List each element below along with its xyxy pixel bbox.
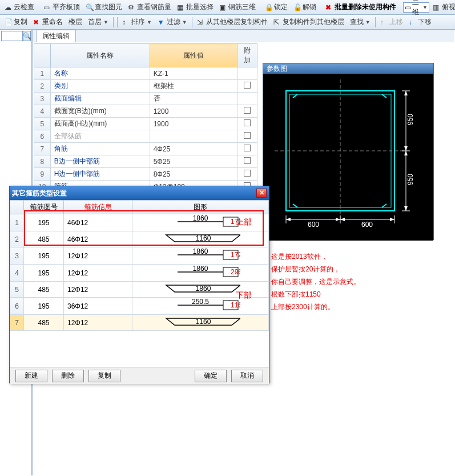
tab-property-edit[interactable]: 属性编辑 bbox=[36, 30, 76, 42]
prop-value[interactable]: 1900 bbox=[150, 118, 237, 130]
search-input[interactable] bbox=[1, 31, 23, 41]
prop-extra[interactable] bbox=[237, 80, 257, 93]
stirrup-shape: 1860172.5 bbox=[132, 247, 269, 265]
stirrup-id[interactable]: 195 bbox=[24, 247, 64, 265]
checkbox-icon[interactable] bbox=[244, 119, 251, 126]
property-row[interactable]: 9 H边一侧中部筋 8Φ25 bbox=[34, 168, 257, 181]
row-idx: 2 bbox=[10, 231, 24, 247]
svg-marker-8 bbox=[286, 218, 291, 221]
tb-copy-to[interactable]: ⇱复制构件到其他楼层 bbox=[271, 16, 347, 28]
ok-button[interactable]: 确定 bbox=[195, 370, 227, 382]
stirrup-row[interactable]: 4 195 12Φ12 1860296 bbox=[10, 265, 269, 282]
tb-rebar-qty[interactable]: ⚙查看钢筋量 bbox=[126, 1, 174, 13]
tb-move-down[interactable]: ↓下移 bbox=[406, 16, 434, 28]
prop-value[interactable]: 框架柱 bbox=[150, 80, 237, 93]
stirrup-id[interactable]: 195 bbox=[24, 298, 64, 315]
tb-view-side[interactable]: ▥俯视 bbox=[430, 1, 455, 13]
prop-extra[interactable] bbox=[237, 155, 257, 168]
prop-value[interactable]: 8Φ25 bbox=[150, 168, 237, 181]
cancel-button[interactable]: 取消 bbox=[231, 370, 263, 382]
row-idx: 6 bbox=[34, 130, 51, 143]
prop-extra[interactable] bbox=[237, 168, 257, 181]
stirrup-row[interactable]: 6 195 36Φ12 250.51160 bbox=[10, 298, 269, 315]
property-row[interactable]: 5 截面高(H边)(mm) 1900 bbox=[34, 118, 257, 130]
stirrup-info[interactable]: 12Φ12 bbox=[64, 247, 132, 265]
stirrup-info[interactable]: 12Φ12 bbox=[64, 282, 132, 298]
tb-align-top[interactable]: ▭平齐板顶 bbox=[41, 1, 82, 13]
svg-text:600: 600 bbox=[361, 221, 373, 229]
checkbox-icon[interactable] bbox=[244, 145, 251, 151]
tb-cloud-check[interactable]: ☁云检查 bbox=[2, 1, 37, 13]
tb-lock[interactable]: 🔒锁定 bbox=[263, 1, 290, 13]
stirrup-id[interactable]: 485 bbox=[24, 282, 64, 298]
search-button[interactable]: 🔍 bbox=[23, 31, 31, 41]
svg-marker-21 bbox=[404, 206, 408, 211]
tb-find-elem[interactable]: 🔍查找图元 bbox=[83, 1, 124, 13]
svg-marker-9 bbox=[336, 218, 340, 221]
stirrup-id[interactable]: 485 bbox=[24, 315, 64, 331]
checkbox-icon[interactable] bbox=[244, 107, 251, 114]
prop-value[interactable]: 4Φ25 bbox=[150, 143, 237, 155]
property-table: 属性名称 属性值 附加 1 名称 KZ-1 2 类别 框架柱 3 截面编辑 否 … bbox=[34, 43, 257, 206]
property-row[interactable]: 8 B边一侧中部筋 5Φ25 bbox=[34, 155, 257, 168]
dialog-close-button[interactable]: ✕ bbox=[256, 189, 267, 198]
property-row[interactable]: 4 截面宽(B边)(mm) 1200 bbox=[34, 105, 257, 118]
property-row[interactable]: 6 全部纵筋 bbox=[34, 130, 257, 143]
row-idx: 8 bbox=[34, 155, 51, 168]
tb-copy-from[interactable]: ⇲从其他楼层复制构件 bbox=[195, 16, 270, 28]
checkbox-icon[interactable] bbox=[244, 82, 251, 89]
prop-extra[interactable] bbox=[237, 130, 257, 143]
delete-button[interactable]: 删除 bbox=[52, 370, 84, 382]
property-row[interactable]: 2 类别 框架柱 bbox=[34, 80, 257, 93]
prop-extra[interactable] bbox=[237, 143, 257, 155]
delete-icon: ✖ bbox=[325, 3, 333, 11]
stirrup-info[interactable]: 36Φ12 bbox=[64, 298, 132, 315]
prop-value[interactable]: 5Φ25 bbox=[150, 155, 237, 168]
tb-unlock[interactable]: 🔓解锁 bbox=[291, 1, 319, 13]
prop-value[interactable]: 1200 bbox=[150, 105, 237, 118]
select-icon: ▦ bbox=[177, 3, 185, 11]
tb-find[interactable]: 查找▼ bbox=[348, 16, 373, 28]
prop-value[interactable]: 否 bbox=[150, 93, 237, 105]
tb-copy[interactable]: 📄复制 bbox=[2, 16, 30, 28]
tb-rebar-3d[interactable]: ▣钢筋三维 bbox=[217, 1, 258, 13]
stirrup-shape: 1860296 bbox=[132, 265, 269, 282]
svg-text:1860: 1860 bbox=[196, 285, 211, 293]
prop-extra[interactable] bbox=[237, 105, 257, 118]
svg-marker-10 bbox=[340, 218, 345, 221]
stirrup-info[interactable]: 12Φ12 bbox=[64, 265, 132, 282]
stirrup-row[interactable]: 5 485 12Φ12 1860 bbox=[10, 282, 269, 298]
stirrup-row[interactable]: 7 485 12Φ12 1160 bbox=[10, 315, 269, 331]
annotation-bottom-label: 下部 bbox=[236, 290, 252, 301]
checkbox-icon[interactable] bbox=[244, 132, 251, 139]
row-idx: 3 bbox=[10, 247, 24, 265]
prop-extra[interactable] bbox=[237, 118, 257, 130]
prop-value[interactable] bbox=[150, 130, 237, 143]
prop-extra[interactable] bbox=[237, 67, 257, 80]
checkbox-icon[interactable] bbox=[244, 170, 251, 177]
copy-button[interactable]: 复制 bbox=[88, 370, 120, 382]
view-2d-dropdown[interactable]: ▭二维▼ bbox=[403, 2, 429, 13]
property-row[interactable]: 3 截面编辑 否 bbox=[34, 93, 257, 105]
stirrup-id[interactable]: 195 bbox=[24, 265, 64, 282]
checkbox-icon[interactable] bbox=[244, 157, 251, 164]
prop-extra[interactable] bbox=[237, 93, 257, 105]
tb-rename[interactable]: ✖重命名 bbox=[31, 16, 65, 28]
dialog-titlebar[interactable]: 其它箍筋类型设置 ✕ bbox=[10, 186, 269, 200]
stirrup-info[interactable]: 12Φ12 bbox=[64, 315, 132, 331]
new-button[interactable]: 新建 bbox=[15, 370, 47, 382]
dialog-title-text: 其它箍筋类型设置 bbox=[12, 189, 67, 198]
tb-floor-select[interactable]: 首层▼ bbox=[86, 16, 111, 28]
property-row[interactable]: 1 名称 KZ-1 bbox=[34, 67, 257, 80]
tb-batch-delete[interactable]: ✖批量删除未使用构件 bbox=[323, 1, 398, 13]
tb-sort[interactable]: ↕排序▼ bbox=[120, 16, 154, 28]
stirrup-row[interactable]: 3 195 12Φ12 1860172.5 bbox=[10, 247, 269, 265]
note-line: 保护层暂按20计算的， bbox=[271, 263, 360, 275]
property-row[interactable]: 7 角筋 4Φ25 bbox=[34, 143, 257, 155]
tb-floor-label: 楼层 bbox=[66, 16, 84, 28]
tab-strip: 属性编辑 bbox=[33, 30, 454, 42]
prop-value[interactable]: KZ-1 bbox=[150, 67, 237, 80]
tb-move-up[interactable]: ↑上移 bbox=[378, 16, 405, 28]
tb-filter[interactable]: ▼过滤▼ bbox=[155, 16, 190, 28]
tb-batch-select[interactable]: ▦批量选择 bbox=[175, 1, 216, 13]
